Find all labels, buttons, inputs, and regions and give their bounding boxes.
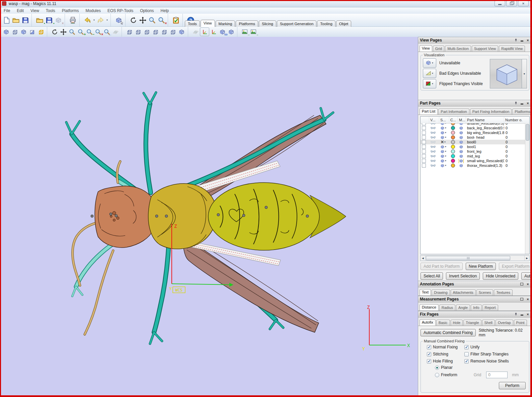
mode-cube-icon[interactable] (459, 140, 463, 144)
redo-dropdown[interactable]: ▼ (105, 15, 109, 25)
select-checkbox[interactable] (422, 131, 426, 135)
part-color-swatch[interactable] (451, 145, 455, 149)
menu-view[interactable]: View (27, 8, 43, 14)
checkbox-icon[interactable] (427, 352, 431, 356)
shade-cube-icon[interactable] (440, 163, 445, 168)
visible-glasses-icon[interactable] (431, 159, 436, 162)
section-view-button[interactable] (191, 28, 200, 36)
mode-cube-icon[interactable] (459, 126, 463, 130)
part-color-swatch[interactable] (451, 131, 455, 135)
shade-cube-icon[interactable] (440, 154, 445, 158)
checkbox-unify[interactable]: Unify (464, 345, 527, 349)
visible-glasses-icon[interactable] (431, 131, 436, 134)
automatic-combined-fixing-button[interactable]: Automatic Combined Fixing (421, 329, 476, 336)
iso-view-button[interactable] (177, 28, 186, 36)
menu-options[interactable]: Options (137, 8, 157, 14)
part-pages-header[interactable]: Part Pages × (418, 100, 532, 107)
tab-support-view[interactable]: Support View (472, 46, 498, 52)
scrollbar-thumb[interactable] (426, 256, 510, 260)
bad-edges-button[interactable]: ▼ (423, 69, 436, 78)
top-view-button[interactable] (160, 28, 169, 36)
flipped-triangles-button[interactable]: ▼ (423, 79, 436, 88)
mode-cube-icon[interactable] (459, 145, 463, 149)
dimension-view-button[interactable] (227, 28, 235, 36)
render-mode-preview[interactable] (490, 59, 522, 88)
undo-dropdown[interactable]: ▼ (92, 15, 96, 25)
wireframe-view-button[interactable] (10, 28, 19, 36)
mode-cube-icon[interactable] (459, 149, 463, 154)
orientation-view-button[interactable] (209, 28, 218, 36)
shaded-view-button[interactable] (2, 28, 10, 36)
mode-cube-icon[interactable] (459, 159, 463, 163)
visible-glasses-icon[interactable] (431, 150, 436, 153)
shade-cube-icon[interactable] (440, 135, 445, 140)
checkbox-icon[interactable] (464, 352, 469, 356)
zoom-in-button[interactable]: + (76, 28, 85, 36)
right-view-button[interactable] (151, 28, 160, 36)
visible-glasses-icon[interactable] (431, 155, 436, 157)
visible-glasses-icon[interactable] (431, 145, 436, 148)
part-name[interactable]: front_leg (466, 149, 504, 153)
bounding-box-view-button[interactable] (36, 28, 45, 36)
part-color-swatch[interactable] (451, 163, 455, 168)
close-panel-button[interactable]: × (526, 38, 530, 43)
shade-cube-icon[interactable] (440, 149, 445, 154)
ribbon-tab-tooling[interactable]: Tooling (317, 20, 335, 27)
tab-multi-section[interactable]: Multi-Section (445, 46, 471, 52)
tab-basic[interactable]: Basic (436, 320, 450, 326)
close-panel-button[interactable]: × (526, 282, 530, 286)
measurement-pages-header[interactable]: Measurement Pages × (418, 296, 532, 303)
pin-button[interactable] (514, 312, 518, 317)
tab-grid[interactable]: Grid (433, 46, 445, 52)
part-row-big-wing[interactable]: ▼ big wing_Rescaled(1.8)_ 0 (421, 130, 525, 135)
part-list-horizontal-scrollbar[interactable]: ◀ ▶ (420, 255, 530, 261)
fit-view-button[interactable] (111, 28, 120, 36)
shade-cube-icon[interactable] (440, 123, 445, 126)
shade-cube-icon[interactable] (440, 159, 445, 163)
annotation-pages-header[interactable]: Annotation Pages × (418, 281, 532, 287)
checkbox-icon[interactable] (427, 359, 431, 363)
select-checkbox[interactable] (422, 145, 426, 149)
load-image-button[interactable]: → (241, 28, 249, 36)
part-name[interactable]: mid_leg (466, 154, 504, 158)
marked-triangles-button[interactable]: ▼ (423, 58, 436, 68)
checkbox-icon[interactable] (464, 359, 469, 363)
part-color-swatch[interactable] (451, 123, 455, 125)
tab-part-fixing-information[interactable]: Part Fixing Information (470, 109, 512, 115)
menu-file[interactable]: File (0, 8, 13, 14)
pin-button[interactable] (514, 38, 518, 43)
scroll-right-arrow[interactable]: ▶ (524, 256, 529, 261)
shade-cube-icon[interactable] (440, 126, 445, 130)
view-pages-header[interactable]: View Pages × (418, 37, 532, 44)
zoom-selection-button[interactable]: × (94, 28, 102, 36)
select-checkbox[interactable] (422, 149, 426, 153)
checkbox-hole-filling[interactable]: Hole Filling (427, 359, 462, 363)
radio-label[interactable]: Freeform (441, 373, 457, 377)
collapse-button[interactable] (520, 101, 524, 106)
tab-part-list[interactable]: Part List (420, 108, 438, 115)
unzoom-view-button[interactable]: × (157, 15, 166, 25)
select-checkbox[interactable] (422, 135, 426, 139)
front-view-button[interactable] (125, 28, 134, 36)
column-number[interactable]: Number o. (504, 117, 529, 123)
load-part-button[interactable]: ▪ (35, 15, 44, 25)
checkbox-stitching[interactable]: Stitching (427, 352, 462, 356)
select-parts-button[interactable] (114, 15, 124, 25)
scrollbar-thumb[interactable] (526, 124, 529, 141)
radio-icon[interactable] (435, 366, 439, 370)
new-platform-button[interactable]: New Platform (466, 263, 496, 270)
tab-text[interactable]: Text (420, 289, 431, 295)
visible-glasses-icon[interactable] (431, 141, 436, 143)
tab-point[interactable]: Point (514, 320, 527, 326)
ribbon-tab-support-generation[interactable]: Support Generation (277, 20, 316, 27)
part-name[interactable]: antanie_Rescaled(0.5)_ (466, 123, 504, 125)
scroll-left-arrow[interactable]: ◀ (421, 256, 426, 261)
export-platform-button[interactable]: Export Platform (499, 263, 532, 270)
select-checkbox[interactable] (422, 154, 426, 158)
part-row-bool1[interactable]: ▼ bool1 0 (421, 144, 525, 149)
tab-platforms[interactable]: Platforms (512, 109, 532, 115)
part-color-swatch[interactable] (451, 154, 455, 158)
menu-edit[interactable]: Edit (13, 8, 27, 14)
part-row-antanie[interactable]: ▼ antanie_Rescaled(0.5)_ 0 (421, 123, 525, 126)
part-list-header[interactable]: V... S... C... M... Part Name Number o. (421, 117, 529, 124)
